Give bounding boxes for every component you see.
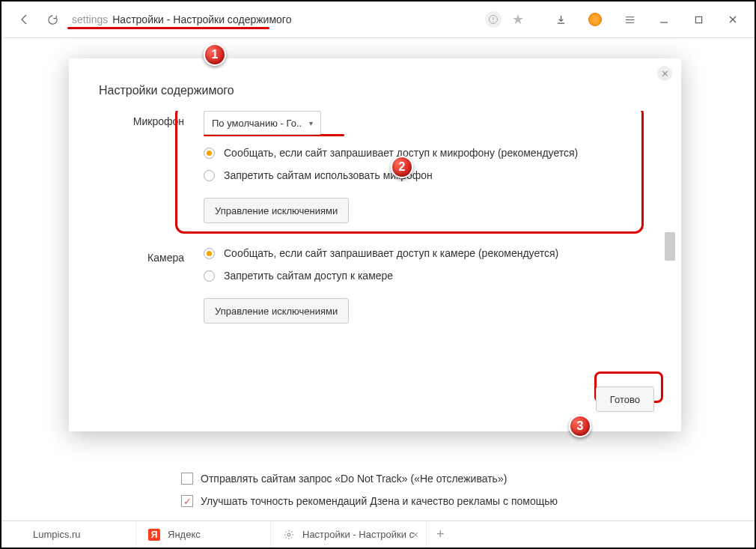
mic-block-radio[interactable]: Запретить сайтам использовать микрофон xyxy=(204,169,662,181)
microphone-section: Микрофон По умолчанию - Го.. ▾ Сообщать,… xyxy=(99,111,662,223)
svg-rect-2 xyxy=(695,16,701,22)
dnt-label: Отправлять сайтам запрос «Do Not Track» … xyxy=(201,473,507,485)
scrollbar-thumb[interactable] xyxy=(665,232,675,261)
cam-block-label: Запретить сайтам доступ к камере xyxy=(224,270,393,282)
dnt-checkbox-row[interactable]: Отправлять сайтам запрос «Do Not Track» … xyxy=(181,473,717,485)
checkbox-checked-icon: ✓ xyxy=(181,495,193,507)
svg-point-1 xyxy=(493,21,493,22)
browser-toolbar: settings Настройки - Настройки содержимо… xyxy=(1,1,755,38)
menu-button[interactable] xyxy=(612,7,647,32)
favicon-icon xyxy=(13,529,25,541)
tab-label: Яндекс xyxy=(168,529,201,540)
zen-checkbox-row[interactable]: ✓ Улучшать точность рекомендаций Дзена и… xyxy=(181,495,717,507)
annotation-marker-1: 1 xyxy=(204,43,226,66)
camera-section: Камера Сообщать, если сайт запрашивает д… xyxy=(99,247,662,324)
tab-settings[interactable]: Настройки - Настройки с × xyxy=(271,521,427,548)
content-settings-modal: ✕ Настройки содержимого Микрофон По умол… xyxy=(69,58,681,431)
tab-yandex[interactable]: Я Яндекс xyxy=(136,521,271,548)
tab-label: Настройки - Настройки с xyxy=(302,529,414,540)
mic-exceptions-button[interactable]: Управление исключениями xyxy=(204,198,349,223)
tab-lumpics[interactable]: Lumpics.ru xyxy=(1,521,136,548)
camera-label: Камера xyxy=(99,247,204,324)
tab-close-icon[interactable]: × xyxy=(412,529,418,541)
radio-selected-icon xyxy=(204,248,215,259)
yandex-icon: Я xyxy=(148,529,160,541)
modal-title: Настройки содержимого xyxy=(99,84,651,97)
address-prefix: settings xyxy=(72,13,108,25)
radio-selected-icon xyxy=(204,148,215,159)
checkbox-icon xyxy=(181,473,193,485)
window-minimize-button[interactable] xyxy=(647,7,681,32)
cam-ask-radio[interactable]: Сообщать, если сайт запрашивает доступ к… xyxy=(204,247,662,259)
annotation-marker-3: 3 xyxy=(569,415,591,437)
radio-icon xyxy=(204,170,215,181)
cam-block-radio[interactable]: Запретить сайтам доступ к камере xyxy=(204,270,662,282)
tab-strip: Lumpics.ru Я Яндекс Настройки - Настройк… xyxy=(1,521,755,548)
microphone-label: Микрофон xyxy=(99,111,204,223)
extension-button[interactable] xyxy=(578,7,612,32)
microphone-device-dropdown[interactable]: По умолчанию - Го.. ▾ xyxy=(204,111,321,135)
annotation-marker-2: 2 xyxy=(391,156,413,178)
cam-ask-label: Сообщать, если сайт запрашивает доступ к… xyxy=(224,247,558,259)
window-maximize-button[interactable] xyxy=(681,7,716,32)
dropdown-value: По умолчанию - Го.. xyxy=(212,118,302,129)
chevron-down-icon: ▾ xyxy=(309,119,313,127)
address-title: Настройки - Настройки содержимого xyxy=(112,13,291,25)
modal-scrollbar[interactable] xyxy=(665,111,675,383)
annotation-underline xyxy=(67,27,269,29)
gear-icon xyxy=(283,529,295,541)
orange-circle-icon xyxy=(588,13,602,26)
bookmark-star-icon[interactable]: ★ xyxy=(512,11,524,28)
cam-exceptions-button[interactable]: Управление исключениями xyxy=(204,298,349,324)
new-tab-button[interactable]: + xyxy=(427,521,454,548)
radio-icon xyxy=(204,270,215,282)
tab-label: Lumpics.ru xyxy=(33,529,81,540)
background-settings: Отправлять сайтам запрос «Do Not Track» … xyxy=(181,473,717,518)
reload-button[interactable] xyxy=(43,14,61,25)
site-info-icon[interactable] xyxy=(485,11,502,28)
window-close-button[interactable] xyxy=(716,7,750,32)
svg-point-3 xyxy=(287,533,290,536)
done-button[interactable]: Готово xyxy=(596,386,654,412)
back-button[interactable] xyxy=(12,7,37,32)
address-bar[interactable]: settings Настройки - Настройки содержимо… xyxy=(66,7,530,32)
downloads-button[interactable] xyxy=(543,7,578,32)
zen-label: Улучшать точность рекомендаций Дзена и к… xyxy=(201,495,558,507)
mic-ask-radio[interactable]: Сообщать, если сайт запрашивает доступ к… xyxy=(204,147,662,159)
